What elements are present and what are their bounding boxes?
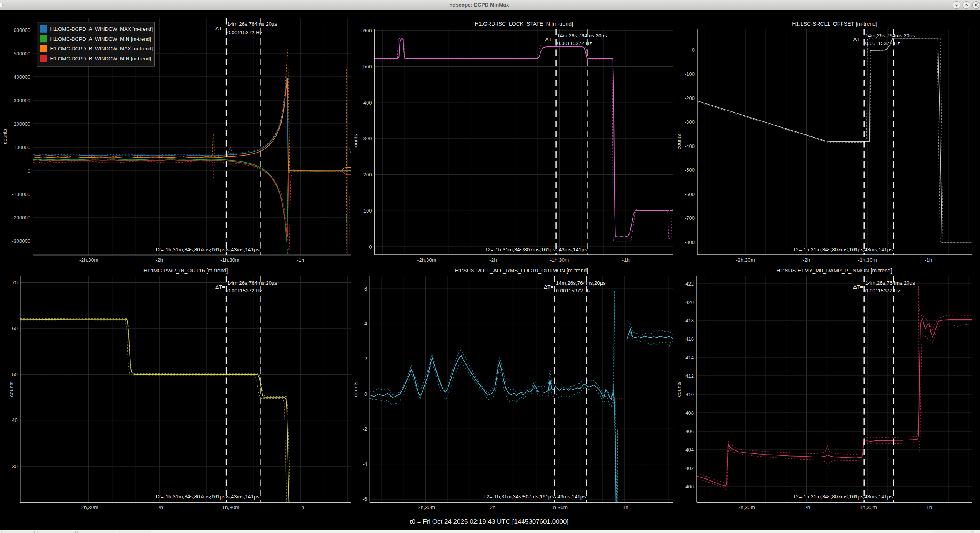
svg-text:416: 416 (685, 336, 694, 342)
svg-text:412: 412 (685, 373, 694, 379)
svg-text:-1h,30m: -1h,30m (220, 257, 240, 263)
svg-text:-1h,30m: -1h,30m (220, 505, 240, 510)
svg-text:-300000: -300000 (12, 238, 30, 244)
svg-text:t0 = Fri Oct 24 2025 02:19:43: t0 = Fri Oct 24 2025 02:19:43 UTC [14453… (410, 518, 569, 525)
svg-text:-2h: -2h (489, 257, 497, 263)
svg-text:-1h: -1h (925, 257, 932, 263)
svg-text:400000: 400000 (14, 74, 30, 80)
svg-text:406: 406 (685, 428, 694, 434)
svg-text:414: 414 (685, 355, 694, 360)
svg-text:-2h: -2h (803, 257, 810, 263)
svg-text:counts: counts (676, 381, 682, 397)
svg-text:H1:SUS-ROLL_ALL_RMS_LOG10_OUTM: H1:SUS-ROLL_ALL_RMS_LOG10_OUTMON [m-tren… (455, 267, 588, 274)
svg-text:300000: 300000 (14, 98, 30, 103)
svg-text:-1h: -1h (622, 257, 630, 263)
svg-text:ΔT=: ΔT= (215, 284, 225, 290)
svg-text:-2: -2 (363, 426, 367, 432)
svg-text:-1h: -1h (297, 257, 304, 263)
svg-text:-100000: -100000 (12, 191, 30, 197)
svg-text:418: 418 (685, 318, 694, 324)
svg-text:500000: 500000 (14, 51, 30, 56)
svg-text:counts: counts (8, 381, 14, 397)
svg-text:600000: 600000 (14, 27, 30, 33)
svg-text:-100: -100 (685, 71, 695, 77)
svg-text:0.00115372 Hz: 0.00115372 Hz (557, 40, 592, 46)
svg-text:T2=-1h,31m,34s,807ms,161µs: T2=-1h,31m,34s,807ms,161µs (483, 494, 554, 500)
svg-text:14m,26s,764ms,20µs: 14m,26s,764ms,20µs (556, 280, 606, 286)
svg-text:ΔT=: ΔT= (853, 284, 863, 290)
svg-text:402: 402 (685, 465, 694, 471)
svg-text:-2h: -2h (803, 505, 810, 510)
svg-text:-200000: -200000 (12, 215, 30, 221)
svg-text:14m,26s,764ms,20µs: 14m,26s,764ms,20µs (865, 280, 915, 286)
svg-text:H1:IMC-PWR_IN_OUT16 [m-trend]: H1:IMC-PWR_IN_OUT16 [m-trend] (143, 267, 228, 274)
svg-text:-1h,30m: -1h,30m (550, 257, 569, 263)
svg-text:-2h,30m: -2h,30m (736, 257, 755, 263)
svg-text:counts: counts (353, 381, 358, 397)
svg-text:-1h,30m: -1h,30m (858, 505, 877, 510)
svg-text:70: 70 (12, 280, 17, 286)
svg-text:-600: -600 (685, 191, 695, 197)
svg-text:-1h: -1h (297, 505, 304, 510)
svg-text:0: 0 (692, 47, 695, 53)
svg-text:0.00115372 Hz: 0.00115372 Hz (556, 288, 591, 294)
svg-text:T2=-1h,31m,34s,807ms,161µs: T2=-1h,31m,34s,807ms,161µs (793, 494, 863, 500)
svg-text:0: 0 (28, 168, 30, 174)
svg-text:ΔT=: ΔT= (215, 25, 225, 31)
svg-text:300: 300 (363, 136, 372, 141)
svg-text:0: 0 (369, 244, 372, 250)
svg-text:-4: -4 (363, 461, 367, 467)
svg-text:-2h,30m: -2h,30m (417, 257, 437, 263)
svg-text:-2h,30m: -2h,30m (79, 505, 98, 510)
svg-text:-500: -500 (685, 167, 695, 173)
svg-text:-1h,30m: -1h,30m (549, 505, 568, 510)
svg-text:0.00115372 Hz: 0.00115372 Hz (227, 288, 262, 294)
svg-text:100000: 100000 (14, 144, 30, 150)
svg-text:T2=-1h,31m,34s,807ms,161µs: T2=-1h,31m,34s,807ms,161µs (485, 247, 555, 252)
svg-text:404: 404 (685, 447, 694, 453)
svg-text:-2h: -2h (155, 505, 163, 510)
svg-text:200: 200 (363, 172, 372, 178)
svg-text:408: 408 (685, 410, 694, 416)
svg-text:T2=-1h,31m,34s,807ms,161µs: T2=-1h,31m,34s,807ms,161µs (793, 247, 863, 252)
svg-text:14m,26s,764ms,20µs: 14m,26s,764ms,20µs (865, 33, 915, 38)
svg-text:4: 4 (364, 321, 367, 327)
svg-text:-400: -400 (685, 143, 695, 149)
svg-text:420: 420 (685, 299, 694, 305)
svg-text:14m,26s,764ms,20µs: 14m,26s,764ms,20µs (557, 33, 607, 38)
svg-text:-800: -800 (685, 239, 695, 245)
svg-text:30: 30 (12, 463, 17, 469)
svg-text:40: 40 (12, 417, 17, 423)
svg-text:600: 600 (363, 28, 372, 33)
svg-text:T2=-1h,31m,34s,807ms,161µs: T2=-1h,31m,34s,807ms,161µs (155, 247, 225, 252)
svg-text:H1:OMC-DCPD_A_WINDOW_MAX [m-tr: H1:OMC-DCPD_A_WINDOW_MAX [m-trend] (50, 26, 153, 32)
svg-text:-2h: -2h (488, 505, 496, 510)
svg-text:0.00115372 Hz: 0.00115372 Hz (865, 288, 900, 294)
svg-text:-300: -300 (685, 119, 695, 125)
svg-text:-2h: -2h (155, 257, 163, 263)
svg-text:-2h,30m: -2h,30m (736, 505, 755, 510)
svg-text:H1:SUS-ETMY_M0_DAMP_P_INMON [m: H1:SUS-ETMY_M0_DAMP_P_INMON [m-trend] (776, 267, 892, 274)
svg-text:H1:OMC-DCPD_A_WINDOW_MIN [m-tr: H1:OMC-DCPD_A_WINDOW_MIN [m-trend] (50, 36, 151, 42)
svg-text:-1h: -1h (925, 505, 932, 510)
svg-text:2: 2 (364, 356, 367, 362)
svg-text:ΔT=: ΔT= (545, 37, 555, 42)
svg-text:200000: 200000 (14, 121, 30, 127)
svg-text:-2h,30m: -2h,30m (416, 505, 435, 510)
svg-text:0: 0 (364, 391, 367, 397)
svg-text:counts: counts (2, 129, 8, 144)
svg-text:0.00115372 Hz: 0.00115372 Hz (227, 30, 262, 35)
svg-text:-6: -6 (363, 496, 367, 502)
svg-text:14m,26s,764ms,20µs: 14m,26s,764ms,20µs (227, 280, 277, 286)
svg-text:T2=-1h,31m,34s,807ms,161µs: T2=-1h,31m,34s,807ms,161µs (155, 494, 225, 500)
svg-text:-1h: -1h (621, 505, 628, 510)
svg-text:60: 60 (12, 325, 17, 331)
svg-text:100: 100 (363, 208, 372, 214)
svg-text:6: 6 (364, 286, 367, 292)
svg-text:400: 400 (363, 100, 372, 106)
svg-text:0.00115372 Hz: 0.00115372 Hz (865, 40, 900, 46)
svg-text:50: 50 (12, 372, 17, 377)
svg-text:500: 500 (363, 64, 372, 70)
svg-text:410: 410 (685, 392, 694, 397)
svg-text:-200: -200 (685, 95, 695, 101)
